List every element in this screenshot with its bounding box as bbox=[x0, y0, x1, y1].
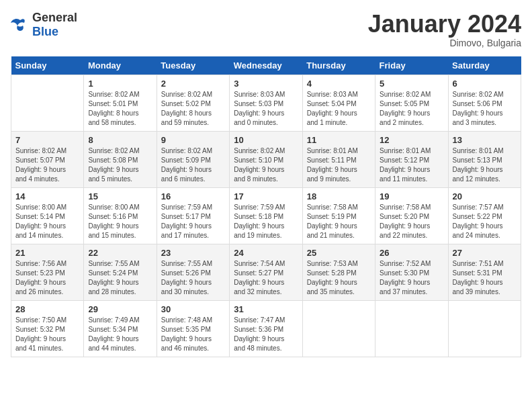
calendar-cell: 6Sunrise: 8:02 AM Sunset: 5:06 PM Daylig… bbox=[448, 75, 521, 131]
day-info: Sunrise: 7:59 AM Sunset: 5:18 PM Dayligh… bbox=[234, 203, 298, 240]
day-info: Sunrise: 8:03 AM Sunset: 5:03 PM Dayligh… bbox=[234, 90, 298, 128]
calendar-cell: 18Sunrise: 7:58 AM Sunset: 5:19 PM Dayli… bbox=[302, 187, 375, 244]
day-info: Sunrise: 7:50 AM Sunset: 5:32 PM Dayligh… bbox=[15, 316, 79, 353]
day-number: 17 bbox=[234, 191, 298, 201]
calendar-cell: 17Sunrise: 7:59 AM Sunset: 5:18 PM Dayli… bbox=[230, 187, 302, 244]
calendar-cell: 21Sunrise: 7:56 AM Sunset: 5:23 PM Dayli… bbox=[11, 244, 84, 300]
day-number: 15 bbox=[88, 191, 152, 201]
day-info: Sunrise: 7:55 AM Sunset: 5:26 PM Dayligh… bbox=[161, 259, 225, 297]
day-number: 13 bbox=[453, 135, 517, 145]
day-number: 16 bbox=[161, 191, 225, 201]
month-year-title: January 2024 bbox=[368, 11, 521, 38]
calendar-cell: 10Sunrise: 8:02 AM Sunset: 5:10 PM Dayli… bbox=[230, 131, 302, 187]
day-number: 25 bbox=[307, 248, 371, 258]
day-info: Sunrise: 8:01 AM Sunset: 5:11 PM Dayligh… bbox=[307, 146, 371, 184]
day-number: 31 bbox=[234, 304, 298, 314]
day-number: 10 bbox=[234, 135, 298, 145]
calendar-cell: 29Sunrise: 7:49 AM Sunset: 5:34 PM Dayli… bbox=[84, 300, 157, 357]
day-info: Sunrise: 8:02 AM Sunset: 5:06 PM Dayligh… bbox=[453, 90, 517, 128]
calendar-body: 1Sunrise: 8:02 AM Sunset: 5:01 PM Daylig… bbox=[11, 75, 521, 357]
day-info: Sunrise: 7:51 AM Sunset: 5:31 PM Dayligh… bbox=[453, 259, 517, 297]
day-info: Sunrise: 8:02 AM Sunset: 5:01 PM Dayligh… bbox=[88, 90, 152, 128]
calendar-cell: 2Sunrise: 8:02 AM Sunset: 5:02 PM Daylig… bbox=[157, 75, 229, 131]
day-number: 22 bbox=[88, 248, 152, 258]
calendar-cell: 9Sunrise: 8:02 AM Sunset: 5:09 PM Daylig… bbox=[157, 131, 229, 187]
day-info: Sunrise: 7:49 AM Sunset: 5:34 PM Dayligh… bbox=[88, 316, 152, 353]
calendar-week-row: 14Sunrise: 8:00 AM Sunset: 5:14 PM Dayli… bbox=[11, 187, 521, 244]
day-number: 2 bbox=[161, 79, 225, 89]
calendar-cell: 5Sunrise: 8:02 AM Sunset: 5:05 PM Daylig… bbox=[375, 75, 448, 131]
day-info: Sunrise: 8:03 AM Sunset: 5:04 PM Dayligh… bbox=[307, 90, 371, 128]
day-info: Sunrise: 8:01 AM Sunset: 5:13 PM Dayligh… bbox=[453, 146, 517, 184]
day-info: Sunrise: 7:47 AM Sunset: 5:36 PM Dayligh… bbox=[234, 316, 298, 353]
calendar-cell: 23Sunrise: 7:55 AM Sunset: 5:26 PM Dayli… bbox=[157, 244, 229, 300]
day-number: 1 bbox=[88, 79, 152, 89]
calendar-cell: 4Sunrise: 8:03 AM Sunset: 5:04 PM Daylig… bbox=[302, 75, 375, 131]
calendar-cell: 19Sunrise: 7:58 AM Sunset: 5:20 PM Dayli… bbox=[375, 187, 448, 244]
day-number: 24 bbox=[234, 248, 298, 258]
calendar-cell: 13Sunrise: 8:01 AM Sunset: 5:13 PM Dayli… bbox=[448, 131, 521, 187]
day-number: 30 bbox=[161, 304, 225, 314]
calendar-cell bbox=[302, 300, 375, 357]
header-day-tuesday: Tuesday bbox=[157, 56, 229, 75]
calendar-cell bbox=[448, 300, 521, 357]
calendar-week-row: 7Sunrise: 8:02 AM Sunset: 5:07 PM Daylig… bbox=[11, 131, 521, 187]
calendar-cell: 24Sunrise: 7:54 AM Sunset: 5:27 PM Dayli… bbox=[230, 244, 302, 300]
day-info: Sunrise: 7:58 AM Sunset: 5:20 PM Dayligh… bbox=[380, 203, 443, 240]
header-day-wednesday: Wednesday bbox=[230, 56, 302, 75]
day-number: 19 bbox=[380, 191, 443, 201]
day-info: Sunrise: 7:48 AM Sunset: 5:35 PM Dayligh… bbox=[161, 316, 225, 353]
day-number: 11 bbox=[307, 135, 371, 145]
calendar-week-row: 1Sunrise: 8:02 AM Sunset: 5:01 PM Daylig… bbox=[11, 75, 521, 131]
day-number: 3 bbox=[234, 79, 298, 89]
day-number: 4 bbox=[307, 79, 371, 89]
title-section: January 2024 Dimovo, Bulgaria bbox=[368, 11, 521, 48]
calendar-cell: 14Sunrise: 8:00 AM Sunset: 5:14 PM Dayli… bbox=[11, 187, 84, 244]
day-number: 14 bbox=[15, 191, 79, 201]
day-number: 6 bbox=[453, 79, 517, 89]
header-row: SundayMondayTuesdayWednesdayThursdayFrid… bbox=[11, 56, 521, 75]
calendar-cell: 7Sunrise: 8:02 AM Sunset: 5:07 PM Daylig… bbox=[11, 131, 84, 187]
logo-text: General Blue bbox=[32, 11, 77, 39]
day-number: 23 bbox=[161, 248, 225, 258]
day-number: 27 bbox=[453, 248, 517, 258]
logo-blue: Blue bbox=[32, 25, 58, 38]
logo-bird-icon bbox=[11, 17, 30, 32]
day-info: Sunrise: 7:53 AM Sunset: 5:28 PM Dayligh… bbox=[307, 259, 371, 297]
calendar-cell bbox=[375, 300, 448, 357]
calendar-cell: 31Sunrise: 7:47 AM Sunset: 5:36 PM Dayli… bbox=[230, 300, 302, 357]
header-day-saturday: Saturday bbox=[448, 56, 521, 75]
calendar-cell: 11Sunrise: 8:01 AM Sunset: 5:11 PM Dayli… bbox=[302, 131, 375, 187]
calendar-header: SundayMondayTuesdayWednesdayThursdayFrid… bbox=[11, 56, 521, 75]
day-info: Sunrise: 8:00 AM Sunset: 5:14 PM Dayligh… bbox=[15, 203, 79, 240]
day-info: Sunrise: 7:57 AM Sunset: 5:22 PM Dayligh… bbox=[453, 203, 517, 240]
day-number: 7 bbox=[15, 135, 79, 145]
day-info: Sunrise: 8:00 AM Sunset: 5:16 PM Dayligh… bbox=[88, 203, 152, 240]
day-info: Sunrise: 7:58 AM Sunset: 5:19 PM Dayligh… bbox=[307, 203, 371, 240]
calendar-cell: 27Sunrise: 7:51 AM Sunset: 5:31 PM Dayli… bbox=[448, 244, 521, 300]
calendar-table: SundayMondayTuesdayWednesdayThursdayFrid… bbox=[11, 56, 521, 357]
logo: General Blue bbox=[11, 11, 77, 39]
day-number: 5 bbox=[380, 79, 443, 89]
calendar-cell: 25Sunrise: 7:53 AM Sunset: 5:28 PM Dayli… bbox=[302, 244, 375, 300]
calendar-week-row: 28Sunrise: 7:50 AM Sunset: 5:32 PM Dayli… bbox=[11, 300, 521, 357]
day-info: Sunrise: 8:02 AM Sunset: 5:07 PM Dayligh… bbox=[15, 146, 79, 184]
header-day-friday: Friday bbox=[375, 56, 448, 75]
day-number: 28 bbox=[15, 304, 79, 314]
calendar-cell: 3Sunrise: 8:03 AM Sunset: 5:03 PM Daylig… bbox=[230, 75, 302, 131]
day-info: Sunrise: 8:02 AM Sunset: 5:10 PM Dayligh… bbox=[234, 146, 298, 184]
day-number: 21 bbox=[15, 248, 79, 258]
calendar-cell bbox=[11, 75, 84, 131]
day-number: 29 bbox=[88, 304, 152, 314]
calendar-cell: 16Sunrise: 7:59 AM Sunset: 5:17 PM Dayli… bbox=[157, 187, 229, 244]
header-day-monday: Monday bbox=[84, 56, 157, 75]
calendar-cell: 1Sunrise: 8:02 AM Sunset: 5:01 PM Daylig… bbox=[84, 75, 157, 131]
day-info: Sunrise: 7:54 AM Sunset: 5:27 PM Dayligh… bbox=[234, 259, 298, 297]
calendar-week-row: 21Sunrise: 7:56 AM Sunset: 5:23 PM Dayli… bbox=[11, 244, 521, 300]
day-info: Sunrise: 7:55 AM Sunset: 5:24 PM Dayligh… bbox=[88, 259, 152, 297]
calendar-cell: 12Sunrise: 8:01 AM Sunset: 5:12 PM Dayli… bbox=[375, 131, 448, 187]
day-info: Sunrise: 7:59 AM Sunset: 5:17 PM Dayligh… bbox=[161, 203, 225, 240]
calendar-cell: 28Sunrise: 7:50 AM Sunset: 5:32 PM Dayli… bbox=[11, 300, 84, 357]
location-subtitle: Dimovo, Bulgaria bbox=[368, 38, 521, 48]
day-info: Sunrise: 7:56 AM Sunset: 5:23 PM Dayligh… bbox=[15, 259, 79, 297]
